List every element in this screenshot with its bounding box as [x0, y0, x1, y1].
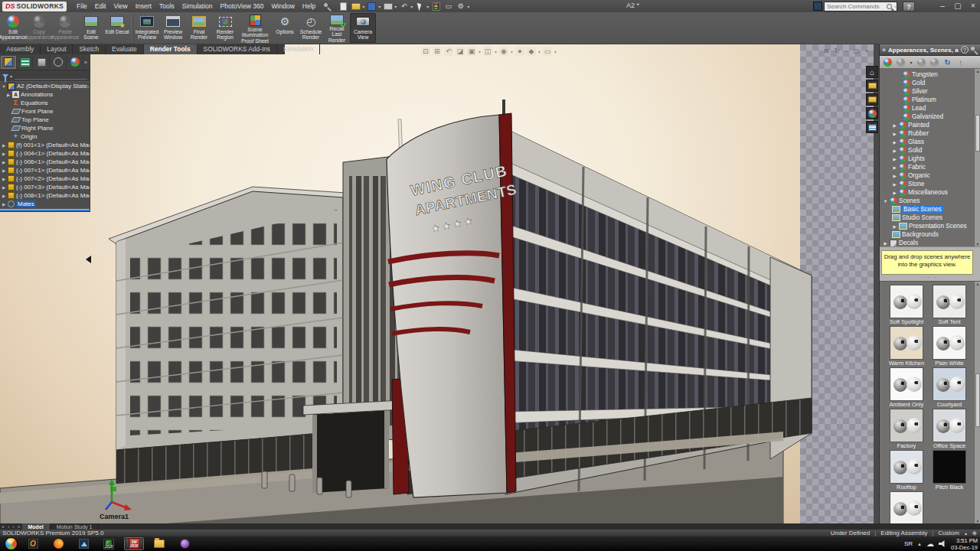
preview-close-icon[interactable]: ×: [864, 47, 868, 54]
options-dropdown-icon[interactable]: ▾: [467, 4, 469, 9]
open-document-icon[interactable]: [351, 2, 361, 11]
scene-preview[interactable]: [933, 326, 966, 360]
filter-icon[interactable]: [2, 74, 8, 78]
appearance-category-solid[interactable]: ▶Solid: [880, 146, 980, 155]
undo-dropdown-icon[interactable]: ▾: [410, 4, 413, 9]
scenes-item-presentation[interactable]: ▶Presentation Scenes: [880, 222, 980, 230]
unit-dropdown-icon[interactable]: ▲: [964, 531, 968, 536]
building-render[interactable]: WING CLUB APARTMENTS ★ ★ ★ ★: [0, 46, 879, 525]
save-dropdown-icon[interactable]: ▾: [378, 4, 381, 9]
appearance-item-platinum[interactable]: Platinum: [880, 96, 980, 104]
configurationmanager-tab-icon[interactable]: [34, 56, 50, 69]
scene-preview[interactable]: [890, 326, 923, 360]
scene-thumb-soft-tent[interactable]: Soft Tent: [929, 285, 970, 326]
menu-tools[interactable]: Tools: [155, 1, 178, 11]
taskpane-help-icon[interactable]: ?: [961, 46, 969, 54]
decals-node[interactable]: ▶Decals: [880, 239, 980, 246]
appearance-category-fabric[interactable]: ▶Fabric: [880, 163, 980, 171]
appearance-category-organic[interactable]: ▶Organic: [880, 171, 980, 180]
menu-view[interactable]: View: [109, 1, 131, 11]
tree-item-top-plane[interactable]: Top Plane: [0, 116, 90, 124]
scene-preview[interactable]: [933, 450, 966, 484]
edit-appearance-button[interactable]: Edit Appearance: [0, 13, 26, 43]
scene-thumb-rooftop[interactable]: Rooftop: [886, 450, 927, 491]
scene-thumb-office-space[interactable]: Office Space: [929, 409, 970, 450]
tree-item-front-plane[interactable]: Front Plane: [0, 107, 90, 116]
undo-icon[interactable]: ↶: [399, 2, 409, 11]
menu-help[interactable]: Help: [299, 1, 319, 11]
display-style-dropdown-icon[interactable]: ▾: [495, 49, 497, 54]
scene-thumb-plain-white[interactable]: Plain White: [929, 326, 970, 367]
design-library-icon[interactable]: [866, 80, 878, 92]
scenes-item-studio[interactable]: Studio Scenes: [880, 214, 980, 222]
tree-item-component-006[interactable]: ▶(-) 006<1> (Default<As Machined>: [0, 158, 90, 166]
tab-layout[interactable]: Layout: [41, 44, 73, 54]
tree-item-equations[interactable]: ΣEquations: [0, 99, 90, 107]
file-properties-icon[interactable]: ▭: [443, 2, 453, 11]
featuremanager-tab-icon[interactable]: [1, 56, 17, 69]
view-settings-dropdown-icon[interactable]: ▾: [554, 49, 557, 54]
preview-refresh-icon[interactable]: ↻: [835, 47, 840, 54]
preview-pin-icon[interactable]: ⊞: [824, 47, 829, 54]
menu-edit[interactable]: Edit: [91, 1, 110, 11]
scrollbar-thumb[interactable]: [975, 373, 980, 427]
save-icon[interactable]: [367, 2, 377, 11]
dimxpert-tab-icon[interactable]: [51, 56, 67, 69]
rollback-bar[interactable]: [0, 209, 90, 211]
print-dropdown-icon[interactable]: ▾: [394, 4, 397, 9]
scenes-item-backgrounds[interactable]: Backgrounds: [880, 230, 980, 239]
edit-appearance-viewport-icon[interactable]: ●: [515, 47, 524, 56]
preview-window-button[interactable]: Preview Window: [160, 13, 186, 43]
section-view-icon[interactable]: ◪: [456, 47, 465, 56]
rebuild-icon[interactable]: [431, 2, 441, 11]
camera-view-button[interactable]: Camera View: [350, 13, 376, 43]
search-dropdown-icon[interactable]: ▾: [894, 4, 897, 9]
appearance-category-glass[interactable]: ▶Glass: [880, 138, 980, 146]
new-document-icon[interactable]: [338, 2, 348, 11]
appearance-category-rubber[interactable]: ▶Rubber: [880, 129, 980, 138]
app-2018-taskbar-icon[interactable]: 2018: [99, 537, 119, 550]
tree-item-origin[interactable]: +Origin: [0, 132, 90, 141]
collapse-pane-icon[interactable]: «: [882, 46, 886, 54]
displaymanager-tab-icon[interactable]: [67, 56, 83, 69]
appearance-item-galvanized[interactable]: Galvanized: [880, 112, 980, 121]
options-button[interactable]: ⚙Options: [272, 13, 298, 43]
close-button[interactable]: ×: [968, 1, 978, 11]
previous-view-icon[interactable]: ↶: [444, 47, 453, 56]
file-explorer-taskbar-icon[interactable]: [149, 537, 169, 550]
tree-scrollbar[interactable]: ▲ ▼: [974, 69, 980, 246]
render-region-button[interactable]: Render Region: [212, 13, 238, 43]
view-orientation-dropdown-icon[interactable]: ▾: [479, 49, 481, 54]
print-icon[interactable]: [383, 2, 393, 11]
outlook-taskbar-icon[interactable]: O: [23, 537, 43, 550]
photos-taskbar-icon[interactable]: [74, 537, 93, 550]
menu-simulation[interactable]: Simulation: [178, 1, 217, 11]
scenes-item-basic[interactable]: Basic Scenes: [880, 205, 980, 214]
start-button[interactable]: [5, 537, 18, 550]
refresh-library-icon[interactable]: ↻: [942, 57, 952, 67]
appearance-item-silver[interactable]: Silver: [880, 87, 980, 96]
minimize-button[interactable]: –: [937, 1, 948, 11]
menu-insert[interactable]: Insert: [132, 1, 155, 11]
first-tab-icon[interactable]: «: [0, 524, 6, 530]
taskpane-pin-icon[interactable]: [971, 47, 978, 54]
scene-preview[interactable]: [933, 409, 966, 442]
open-dropdown-icon[interactable]: ▾: [362, 4, 364, 9]
tree-item-mates[interactable]: ▶Mates: [0, 200, 90, 208]
scene-thumb-soft-spotlight[interactable]: Soft Spotlight: [886, 285, 927, 326]
onedrive-icon[interactable]: ☁: [926, 540, 934, 548]
edit-decal-button[interactable]: Edit Decal: [104, 13, 130, 43]
tab-motion-study-1[interactable]: Motion Study 1: [51, 523, 100, 530]
thumbnails-scrollbar[interactable]: ▲ ▼: [974, 282, 980, 523]
status-unit-system[interactable]: Custom: [938, 530, 959, 536]
last-tab-icon[interactable]: »: [16, 524, 22, 530]
tree-item-annotations[interactable]: ▶AAnnotations: [0, 90, 90, 99]
select-icon[interactable]: [415, 2, 425, 11]
edit-scene-button[interactable]: Edit Scene: [78, 13, 104, 43]
file-explorer-tab-icon[interactable]: [866, 93, 878, 106]
tree-item-component-001[interactable]: ▶(f) 001<1> (Default<As Machined>: [0, 141, 90, 149]
tree-item-component-007-1[interactable]: ▶(-) 007<1> (Default<As Machined>: [0, 166, 90, 174]
appearance-item-lead[interactable]: Lead: [880, 104, 980, 112]
tab-assembly[interactable]: Assembly: [0, 44, 41, 54]
splitter-handle[interactable]: · · ·: [880, 275, 980, 281]
